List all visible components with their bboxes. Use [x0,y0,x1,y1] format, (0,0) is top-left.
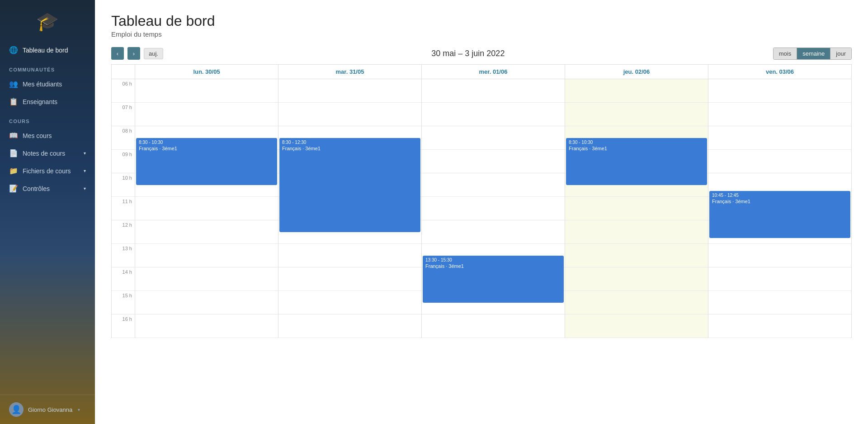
time-slot [708,267,851,291]
section-label-cours: COURS [0,110,95,127]
sidebar-item-fichiers-de-cours[interactable]: 📁 Fichiers de cours ▾ [0,162,95,180]
time-slot [278,291,421,314]
time-slot [422,197,565,220]
time-slot [135,197,278,220]
time-slot [565,103,708,126]
time-slot [565,197,708,220]
time-label: 10 h [112,173,135,197]
time-slot [278,103,421,126]
globe-icon: 🌐 [9,46,18,54]
time-slot [422,103,565,126]
user-footer[interactable]: 👤 Giorno Giovanna ▾ [0,395,95,424]
time-slot [708,150,851,173]
view-jour-button[interactable]: jour [830,48,851,59]
time-slot [278,79,421,103]
prev-button[interactable]: ‹ [111,47,124,60]
view-mois-button[interactable]: mois [774,48,797,59]
time-slot [708,291,851,314]
sidebar-item-label: Notes de cours [23,150,65,157]
day-header-lun[interactable]: lun. 30/05 [135,65,278,79]
avatar-icon: 👤 [11,405,21,414]
event-title: Français · 3éme1 [569,146,704,151]
sidebar-item-tableau-de-bord[interactable]: 🌐 Tableau de bord [0,41,95,59]
calendar-range: 30 mai – 3 juin 2022 [167,49,769,58]
time-label: 07 h [112,103,135,126]
files-icon: 📁 [9,167,18,175]
event-title: Français · 3éme1 [282,146,418,151]
sidebar-item-notes-de-cours[interactable]: 📄 Notes de cours ▾ [0,144,95,162]
calendar-toolbar: ‹ › auj. 30 mai – 3 juin 2022 mois semai… [95,43,868,64]
time-label: 06 h [112,79,135,103]
teachers-icon: 📋 [9,97,18,106]
time-slot [135,314,278,338]
sidebar-item-label: Enseignants [23,98,57,105]
time-slot [708,126,851,150]
page-header: Tableau de bord Emploi du temps [95,0,868,43]
next-button[interactable]: › [127,47,140,60]
view-semaine-button[interactable]: semaine [797,48,830,59]
day-header-mar[interactable]: mar. 31/05 [278,65,422,79]
time-slot [565,79,708,103]
time-slot [278,267,421,291]
book-icon: 📖 [9,131,18,140]
calendar-event[interactable]: 8:30 - 10:30Français · 3éme1 [566,138,707,185]
day-col-ven: 10:45 - 12:45Français · 3éme1 [708,79,852,338]
logo-icon: 🎓 [36,11,59,32]
time-slot [565,220,708,244]
time-slot [422,314,565,338]
day-header-jeu[interactable]: jeu. 02/06 [565,65,708,79]
time-slot [135,267,278,291]
time-label: 12 h [112,220,135,244]
time-slot [708,103,851,126]
time-slot [135,244,278,267]
day-col-mer: 13:30 - 15:30Français · 3éme1 [422,79,565,338]
day-header-ven[interactable]: ven. 03/06 [708,65,852,79]
time-slot [278,244,421,267]
time-label: 15 h [112,291,135,314]
event-time: 13:30 - 15:30 [425,257,561,262]
chevron-down-icon: ▾ [84,168,86,173]
calendar-event[interactable]: 13:30 - 15:30Français · 3éme1 [423,256,564,303]
day-link-mar[interactable]: mar. 31/05 [336,68,364,75]
day-link-mer[interactable]: mer. 01/06 [479,68,508,75]
time-label: 14 h [112,267,135,291]
day-link-ven[interactable]: ven. 03/06 [766,68,794,75]
today-button[interactable]: auj. [144,48,163,59]
time-slot [565,267,708,291]
time-label: 09 h [112,150,135,173]
day-header-mer[interactable]: mer. 01/06 [422,65,565,79]
time-slot [135,220,278,244]
avatar: 👤 [9,402,24,417]
time-column: 06 h07 h08 h09 h10 h11 h12 h13 h14 h15 h… [112,79,135,338]
time-slot [422,173,565,197]
sidebar-item-mes-etudiants[interactable]: 👥 Mes étudiants [0,75,95,93]
sidebar-item-mes-cours[interactable]: 📖 Mes cours [0,127,95,144]
sidebar-item-controles[interactable]: 📝 Contrôles ▾ [0,180,95,197]
calendar-event[interactable]: 8:30 - 12:30Français · 3éme1 [279,138,420,232]
calendar-container: lun. 30/05 mar. 31/05 mer. 01/06 jeu. 02… [95,64,868,424]
day-link-jeu[interactable]: jeu. 02/06 [623,68,650,75]
calendar-view-buttons: mois semaine jour [773,48,852,60]
event-time: 8:30 - 12:30 [282,140,418,145]
event-time: 8:30 - 10:30 [569,140,704,145]
sidebar-item-enseignants[interactable]: 📋 Enseignants [0,93,95,110]
sidebar-item-label: Mes étudiants [23,81,62,88]
user-chevron-icon: ▾ [78,407,80,412]
page-subtitle: Emploi du temps [111,30,852,38]
day-link-lun[interactable]: lun. 30/05 [193,68,220,75]
day-col-lun: 8:30 - 10:30Français · 3éme1 [135,79,278,338]
time-slot [422,126,565,150]
time-label: 11 h [112,197,135,220]
calendar-body: 06 h07 h08 h09 h10 h11 h12 h13 h14 h15 h… [111,79,852,338]
time-label: 08 h [112,126,135,150]
notes-icon: 📄 [9,149,18,157]
calendar-event[interactable]: 10:45 - 12:45Français · 3éme1 [709,191,850,238]
main-content: Tableau de bord Emploi du temps ‹ › auj.… [95,0,868,424]
sidebar-logo: 🎓 [0,0,95,41]
calendar-event[interactable]: 8:30 - 10:30Français · 3éme1 [136,138,277,185]
time-slot [135,103,278,126]
calendar-header: lun. 30/05 mar. 31/05 mer. 01/06 jeu. 02… [111,64,852,79]
time-slot [565,314,708,338]
time-slot [708,244,851,267]
event-title: Français · 3éme1 [425,263,561,269]
